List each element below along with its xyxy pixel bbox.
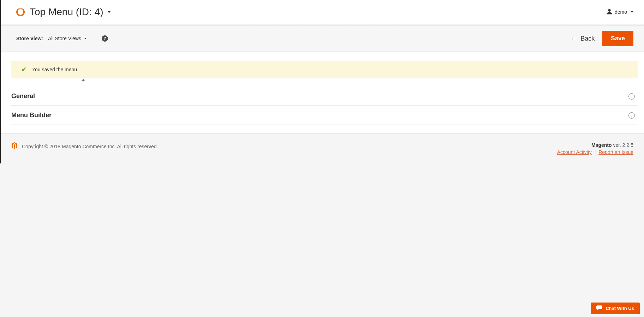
caret-down-icon [108,11,111,13]
section-menu-builder[interactable]: Menu Builder ⌄ [11,106,638,125]
magento-logo-icon [11,142,18,150]
user-icon [606,8,613,16]
check-icon: ✔ [21,66,26,73]
caret-down-icon [631,11,633,13]
page-title-text: Top Menu (ID: 4) [30,6,103,18]
store-view-value: All Store Views [48,36,81,41]
page-header: Top Menu (ID: 4) demo [1,0,644,25]
section-title: General [11,92,35,100]
brand-name: Magento [591,142,612,148]
content-area: ✔ You saved the menu. General ⌄ Menu Bui… [1,52,644,125]
page-title-dropdown[interactable]: Top Menu (ID: 4) [30,6,111,18]
chat-label: Chat With Us [606,306,634,311]
store-view-select[interactable]: All Store Views [48,36,87,41]
chevron-down-icon: ⌄ [628,93,635,100]
help-icon[interactable]: ? [102,35,108,42]
save-button[interactable]: Save [602,31,633,46]
chat-widget[interactable]: Chat With Us [591,303,640,314]
version-prefix: ver. [612,142,622,148]
success-message: ✔ You saved the menu. [11,61,638,78]
store-view-label: Store View: [16,36,43,41]
back-button[interactable]: ← Back [570,35,595,42]
success-text: You saved the menu. [32,67,78,72]
version-number: 2.2.5 [622,142,633,148]
toolbar: Store View: All Store Views ? ⌖ ← Back S… [1,25,644,52]
separator: | [595,149,596,155]
back-label: Back [580,35,595,42]
account-activity-link[interactable]: Account Activity [557,149,592,155]
arrow-left-icon: ← [570,35,577,42]
copyright-text: Copyright © 2018 Magento Commerce Inc. A… [22,144,158,149]
section-title: Menu Builder [11,112,52,119]
user-menu[interactable]: demo [606,8,633,16]
app-logo-icon [16,8,25,16]
footer: Copyright © 2018 Magento Commerce Inc. A… [1,133,644,163]
user-name: demo [615,9,627,15]
chat-icon [596,305,602,311]
caret-down-icon [84,38,87,39]
section-general[interactable]: General ⌄ [11,87,638,106]
report-issue-link[interactable]: Report an Issue [598,149,633,155]
chevron-down-icon: ⌄ [628,112,635,119]
